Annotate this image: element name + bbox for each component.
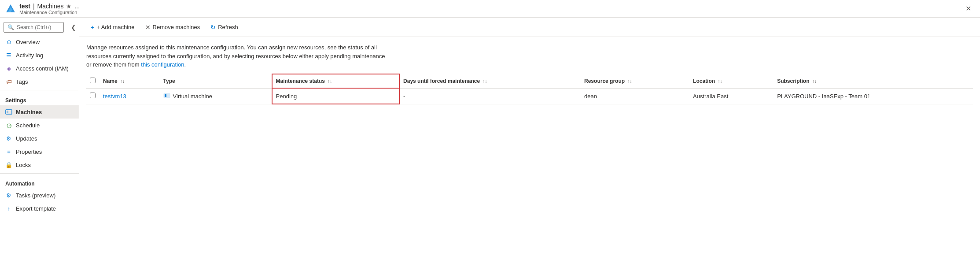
description-link[interactable]: this configuration [141,61,184,68]
row-type-cell: Virtual machine [160,88,272,104]
row-type-label: Virtual machine [173,93,212,100]
col-maintenance-sort: ↑↓ [328,79,332,84]
nav-tags-label: Tags [16,78,28,85]
row-subscription-value: PLAYGROUND - IaaSExp - Team 01 [777,93,870,100]
remove-machines-button[interactable]: ✕ Remove machines [141,22,205,33]
title-separator: | [33,3,35,10]
activity-log-icon: ☰ [5,52,12,59]
title-text: test | Machines ★ ... [19,3,80,10]
select-all-checkbox[interactable] [90,78,96,83]
tags-icon: 🏷 [5,78,12,85]
sidebar: 🔍 ❮ ⊙ Overview ☰ Activity log ◈ Access c… [0,18,79,256]
vm-type-icon [163,92,170,100]
add-machine-button[interactable]: + + Add machine [86,22,139,33]
automation-section-label: Automation [0,175,79,189]
row-checkbox[interactable] [90,93,96,98]
add-machine-label: + Add machine [96,24,134,30]
col-location-label: Location [693,78,715,84]
col-sub-sort: ↑↓ [812,79,817,84]
nav-machines[interactable]: Machines [0,105,79,119]
row-location-value: Australia East [693,93,728,100]
azure-icon [5,4,16,14]
col-type-label: Type [163,78,175,84]
content-area: + + Add machine ✕ Remove machines ↻ Refr… [79,18,980,256]
nav-divider-1 [0,90,79,90]
col-subscription-label: Subscription [777,78,809,84]
nav-properties-label: Properties [16,148,42,155]
col-maintenance-status[interactable]: Maintenance status ↑↓ [272,74,399,89]
machines-icon [5,108,12,115]
nav-tasks[interactable]: ⚙ Tasks (preview) [0,189,79,202]
resource-type: Machines [37,3,64,10]
svg-rect-3 [7,111,8,113]
title-bar-left: test | Machines ★ ... Maintenance Config… [5,3,80,15]
col-days-forced-label: Days until forced maintenance [403,78,480,84]
search-icon: 🔍 [7,24,14,30]
search-box[interactable]: 🔍 [4,22,64,33]
nav-updates[interactable]: ⚙ Updates [0,132,79,145]
nav-activity-log-label: Activity log [16,52,43,59]
nav-overview[interactable]: ⊙ Overview [0,35,79,48]
nav-locks[interactable]: 🔒 Locks [0,158,79,171]
row-resource-group-value: dean [584,93,597,100]
nav-updates-label: Updates [16,135,37,142]
schedule-icon: ◷ [5,122,12,129]
row-days-forced-value: - [403,93,405,100]
col-name[interactable]: Name ↑↓ [99,74,160,89]
resource-subtitle: Maintenance Configuration [19,10,80,15]
row-name-link[interactable]: testvm13 [103,93,126,100]
col-name-label: Name [103,78,118,84]
nav-tasks-label: Tasks (preview) [16,192,55,199]
close-button[interactable]: ✕ [962,3,975,15]
row-checkbox-cell[interactable] [86,88,99,104]
description-text: Manage resources assigned to this mainte… [86,44,385,68]
row-resource-group-cell: dean [581,88,689,104]
updates-icon: ⚙ [5,135,12,142]
iam-icon: ◈ [5,65,12,72]
table-container: Name ↑↓ Type Maintenance status ↑↓ [79,74,980,256]
export-icon: ↑ [5,205,12,212]
nav-activity-log[interactable]: ☰ Activity log [0,48,79,62]
nav-iam-label: Access control (IAM) [16,65,69,72]
more-options[interactable]: ... [74,3,80,10]
nav-divider-2 [0,173,79,174]
col-days-sort: ↑↓ [483,79,487,84]
title-bar: test | Machines ★ ... Maintenance Config… [0,0,980,18]
row-name-cell: testvm13 [99,88,160,104]
col-resource-group[interactable]: Resource group ↑↓ [581,74,689,89]
locks-icon: 🔒 [5,161,12,168]
nav-export[interactable]: ↑ Export template [0,202,79,215]
col-location[interactable]: Location ↑↓ [689,74,774,89]
nav-schedule[interactable]: ◷ Schedule [0,119,79,132]
col-days-forced[interactable]: Days until forced maintenance ↑↓ [399,74,581,89]
col-type[interactable]: Type [160,74,272,89]
collapse-button[interactable]: ❮ [68,23,79,32]
nav-iam[interactable]: ◈ Access control (IAM) [0,62,79,75]
nav-locks-label: Locks [16,162,31,168]
row-maintenance-status-value: Pending [276,93,297,100]
nav-tags[interactable]: 🏷 Tags [0,75,79,88]
table-row: testvm13 [86,88,973,104]
nav-properties[interactable]: ≡ Properties [0,145,79,158]
description-area: Manage resources assigned to this mainte… [79,37,396,74]
table-header-row: Name ↑↓ Type Maintenance status ↑↓ [86,74,973,89]
remove-icon: ✕ [145,24,151,31]
refresh-label: Refresh [218,24,238,30]
nav-overview-label: Overview [16,39,40,45]
resource-name: test [19,3,30,10]
description-period: . [184,61,186,68]
col-maintenance-status-label: Maintenance status [276,78,325,84]
properties-icon: ≡ [5,148,12,155]
col-subscription[interactable]: Subscription ↑↓ [774,74,973,89]
machines-table: Name ↑↓ Type Maintenance status ↑↓ [86,74,973,105]
nav-export-label: Export template [16,205,56,212]
refresh-button[interactable]: ↻ Refresh [206,22,243,33]
select-all-header[interactable] [86,74,99,89]
svg-rect-5 [165,94,166,97]
row-maintenance-status-cell: Pending [272,88,399,104]
favorite-star[interactable]: ★ [66,3,72,10]
search-input[interactable] [17,24,60,30]
title-group: test | Machines ★ ... Maintenance Config… [19,3,80,15]
settings-section-label: Settings [0,92,79,105]
row-days-forced-cell: - [399,88,581,104]
